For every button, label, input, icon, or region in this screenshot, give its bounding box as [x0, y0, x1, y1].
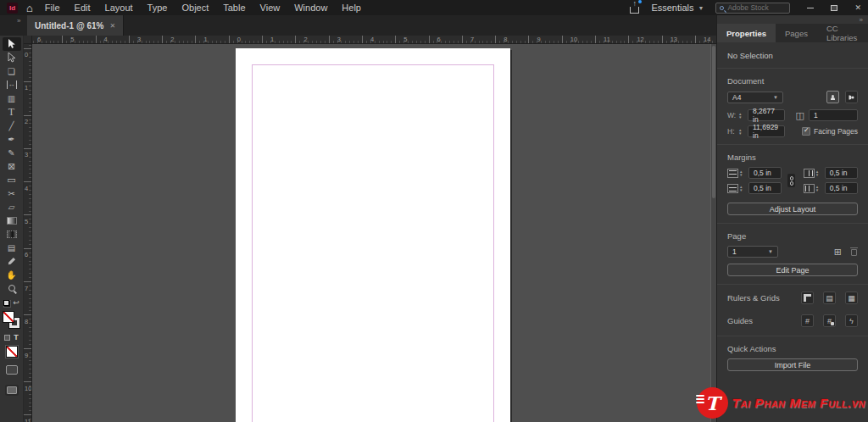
swap-fill-stroke-icon[interactable]: ↩ — [13, 298, 19, 307]
show-guides-button[interactable]: # — [801, 314, 814, 327]
free-transform-tool[interactable]: ▱ — [3, 200, 21, 214]
search-input[interactable] — [727, 3, 787, 12]
margin-guides — [252, 64, 494, 422]
link-margins-icon[interactable] — [787, 174, 795, 187]
margin-top-stepper[interactable] — [740, 169, 747, 176]
margin-inside-stepper[interactable] — [816, 169, 823, 176]
panel-collapse-icon[interactable]: » — [860, 16, 863, 24]
chevron-down-icon: ▼ — [768, 249, 773, 254]
frame-tool[interactable]: ⊠ — [3, 159, 21, 173]
document-tab[interactable]: Untitled-1 @ 61% ✕ — [27, 15, 124, 36]
import-file-button[interactable]: Import File — [727, 358, 858, 371]
ruler-origin-corner[interactable] — [24, 36, 32, 44]
pages-icon: ◫ — [796, 110, 804, 121]
vertical-ruler[interactable]: 01234567891011 — [24, 44, 32, 422]
formatting-affects-text-icon[interactable]: T — [14, 333, 19, 341]
share-icon[interactable] — [630, 7, 639, 14]
fill-swatch[interactable] — [3, 312, 14, 322]
menu-bar: File Edit Layout Type Object Table View … — [45, 3, 361, 13]
page-tool[interactable]: ❏ — [3, 64, 21, 78]
selection-tool[interactable] — [3, 37, 21, 51]
selection-status: No Selection — [727, 51, 858, 60]
gradient-feather-tool[interactable] — [3, 227, 21, 241]
lock-guides-button[interactable]: # — [823, 314, 836, 327]
home-icon[interactable]: ⌂ — [26, 3, 33, 14]
menu-table[interactable]: Table — [223, 3, 245, 13]
menu-file[interactable]: File — [45, 3, 60, 13]
scissors-tool[interactable]: ✂ — [3, 186, 21, 200]
baseline-grid-button[interactable]: ▤ — [823, 292, 836, 304]
page-size-select[interactable]: A4 ▼ — [727, 92, 783, 103]
orientation-landscape-button[interactable] — [845, 91, 858, 103]
document-page[interactable] — [236, 48, 510, 422]
hand-tool[interactable]: ✋ — [3, 268, 21, 281]
margin-outside-stepper[interactable] — [816, 185, 823, 192]
tab-cc-libraries[interactable]: CC Libraries — [817, 24, 868, 42]
chevron-down-icon: ▼ — [773, 95, 778, 100]
height-field[interactable]: 11,6929 in — [748, 125, 785, 137]
show-rulers-button[interactable] — [801, 292, 814, 304]
document-grid-button[interactable]: ▦ — [845, 292, 858, 304]
page-number-select[interactable]: 1 ▼ — [727, 246, 778, 258]
default-fill-stroke-icon[interactable] — [3, 300, 9, 306]
facing-pages-checkbox[interactable] — [802, 127, 810, 136]
notification-dot — [638, 0, 642, 3]
smart-guides-button[interactable]: ϟ — [845, 314, 858, 327]
menu-window[interactable]: Window — [294, 3, 327, 13]
margin-bottom-field[interactable]: 0,5 in — [748, 182, 782, 194]
divider — [717, 144, 868, 145]
orientation-portrait-button[interactable] — [826, 91, 839, 103]
page-count-field[interactable]: 1 — [809, 109, 858, 121]
menu-layout[interactable]: Layout — [105, 3, 133, 13]
pasteboard[interactable] — [32, 44, 716, 422]
adobe-stock-search[interactable] — [715, 3, 790, 14]
horizontal-ruler[interactable]: 65432101234567891011121314 — [24, 36, 716, 44]
rectangle-tool[interactable]: ▭ — [3, 173, 21, 186]
vertical-scrollbar[interactable] — [710, 44, 716, 422]
line-tool[interactable]: ╱ — [3, 119, 21, 132]
zoom-tool[interactable] — [3, 281, 21, 295]
height-stepper[interactable] — [739, 128, 746, 135]
screen-mode-button[interactable] — [6, 365, 18, 375]
gap-tool[interactable]: ↔ — [3, 78, 21, 92]
tools-panel: ❏ ↔ ▥ T ╱ ✒ ✎ ⊠ ▭ ✂ ▱ ▤ ✋ ↩ T — [0, 36, 24, 422]
tab-properties[interactable]: Properties — [717, 24, 776, 42]
maximize-button[interactable] — [831, 5, 837, 11]
workspace-switcher[interactable]: Essentials ▼ — [651, 3, 704, 13]
pencil-tool[interactable]: ✎ — [3, 146, 21, 159]
menu-object[interactable]: Object — [181, 3, 209, 13]
add-page-icon[interactable]: ⊞ — [834, 247, 842, 258]
edit-page-button[interactable]: Edit Page — [727, 264, 858, 276]
lock-icon — [831, 322, 834, 325]
menu-edit[interactable]: Edit — [75, 3, 91, 13]
eyedropper-tool[interactable] — [3, 254, 21, 268]
tab-pages[interactable]: Pages — [776, 24, 817, 42]
direct-selection-tool[interactable] — [3, 51, 21, 64]
gradient-tool[interactable] — [3, 214, 21, 227]
adjust-layout-button[interactable]: Adjust Layout — [727, 203, 858, 215]
scrollbar-thumb[interactable] — [712, 46, 715, 198]
minimize-button[interactable] — [807, 8, 814, 8]
margins-section-label: Margins — [727, 153, 858, 162]
width-field[interactable]: 8,2677 in — [748, 109, 785, 121]
margin-outside-field[interactable]: 0,5 in — [825, 182, 858, 194]
fill-stroke-control[interactable] — [3, 312, 19, 328]
pen-tool[interactable]: ✒ — [3, 132, 21, 146]
menu-help[interactable]: Help — [342, 3, 361, 13]
content-collector-tool[interactable]: ▥ — [3, 92, 21, 105]
margin-top-field[interactable]: 0,5 in — [748, 167, 782, 179]
menu-type[interactable]: Type — [147, 3, 168, 13]
margin-bottom-stepper[interactable] — [740, 185, 747, 192]
apply-none-swatch[interactable] — [7, 347, 17, 357]
margin-inside-field[interactable]: 0,5 in — [825, 167, 858, 179]
menu-view[interactable]: View — [260, 3, 281, 13]
delete-page-icon — [850, 247, 858, 256]
toolbar-collapse-icon[interactable]: » — [17, 17, 20, 25]
tab-close-icon[interactable]: ✕ — [109, 22, 115, 30]
close-button[interactable]: ✕ — [854, 4, 861, 12]
type-tool[interactable]: T — [3, 105, 21, 119]
note-tool[interactable]: ▤ — [3, 241, 21, 254]
formatting-affects-container-icon[interactable] — [4, 335, 10, 341]
width-stepper[interactable] — [739, 112, 746, 119]
preview-mode-button[interactable] — [7, 386, 17, 394]
